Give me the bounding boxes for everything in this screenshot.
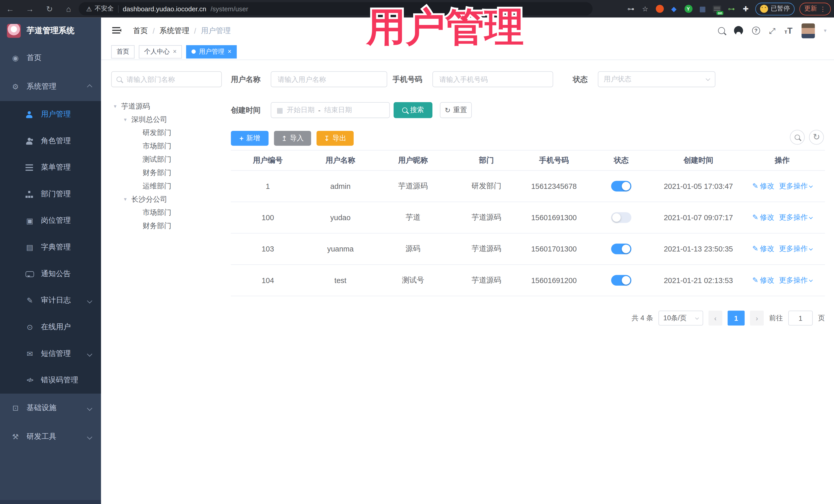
add-button[interactable]: 新增 (231, 131, 269, 146)
toggle-search-button[interactable] (790, 130, 805, 145)
extension-green-key-icon[interactable]: ⊶ (726, 4, 736, 14)
menu-fold-icon[interactable] (112, 27, 120, 34)
tag-home[interactable]: 首页 (111, 45, 134, 58)
sidebar-item-system[interactable]: 系统管理 (0, 72, 101, 101)
tree-node[interactable]: ▾深圳总公司 (111, 113, 222, 126)
edit-link[interactable]: 修改 (752, 244, 774, 254)
dept-tree-panel: ▾芋道源码 ▾深圳总公司 研发部门 市场部门 测试部门 财务部门 运维部门 ▾长… (111, 71, 222, 233)
tree-node[interactable]: 市场部门 (111, 206, 222, 219)
edit-link[interactable]: 修改 (752, 213, 774, 222)
sidebar-item-sms-mgmt[interactable]: 短信管理 (0, 341, 101, 367)
security-chip[interactable]: 不安全 (86, 4, 114, 13)
more-actions-link[interactable]: 更多操作 (779, 244, 812, 254)
github-icon[interactable] (734, 26, 743, 35)
username-input[interactable] (277, 75, 381, 84)
reload-icon[interactable] (43, 0, 57, 18)
puzzle-extensions-icon[interactable]: ✚ (741, 4, 750, 14)
key-icon[interactable]: ⊶ (626, 4, 636, 14)
tag-profile[interactable]: 个人中心 (139, 45, 182, 58)
table-row: 103 yuanma 源码 芋道源码 15601701300 2021-01-1… (231, 233, 825, 265)
badge-icon (25, 217, 34, 224)
more-actions-link[interactable]: 更多操作 (779, 213, 812, 222)
edit-link[interactable]: 修改 (752, 181, 774, 191)
sidebar-item-home[interactable]: 首页 (0, 44, 101, 72)
mobile-input[interactable] (438, 75, 547, 84)
reset-button[interactable]: 重置 (440, 102, 471, 118)
tree-node[interactable]: 研发部门 (111, 126, 222, 139)
dept-search-input[interactable] (126, 75, 205, 84)
sidebar-item-dev-tools[interactable]: 研发工具 (0, 422, 101, 451)
tree-node[interactable]: ▾芋道源码 (111, 100, 222, 113)
sidebar-item-post-mgmt[interactable]: 岗位管理 (0, 207, 101, 234)
tree-node[interactable]: ▾长沙分公司 (111, 193, 222, 206)
update-button[interactable]: 更新 (799, 2, 831, 15)
status-select[interactable]: 用户状态 (598, 71, 716, 87)
home-icon[interactable]: ⌂ (62, 0, 75, 18)
sidebar-item-audit-log[interactable]: 审计日志 (0, 287, 101, 314)
date-range-picker[interactable]: 开始日期 - 结束日期 (271, 102, 390, 118)
extension-orange-icon[interactable] (655, 4, 664, 14)
caret-down-icon[interactable]: ▾ (124, 116, 131, 123)
browser-menu-icon[interactable] (820, 6, 826, 12)
sidebar-item-announcement[interactable]: 通知公告 (0, 261, 101, 287)
tag-user-mgmt[interactable]: 用户管理 (186, 45, 237, 58)
status-toggle[interactable] (611, 212, 632, 223)
address-bar[interactable]: 不安全 dashboard.yudao.iocoder.cn/system/us… (79, 2, 593, 15)
audit-log-icon (25, 297, 34, 304)
sidebar-item-online-users[interactable]: 在线用户 (0, 314, 101, 341)
close-icon[interactable] (173, 48, 177, 55)
org-tree-icon (25, 191, 34, 198)
font-size-icon[interactable]: тT (785, 26, 792, 36)
forward-icon[interactable]: → (23, 0, 37, 18)
tree-node[interactable]: 测试部门 (111, 153, 222, 166)
user-avatar[interactable] (802, 23, 815, 38)
extension-gem-icon[interactable]: ◆ (669, 4, 679, 14)
extension-green-circle-icon[interactable]: Y (683, 4, 693, 14)
app-logo[interactable]: 芋道管理系统 (0, 18, 101, 44)
breadcrumb-home[interactable]: 首页 (133, 26, 148, 36)
more-actions-link[interactable]: 更多操作 (779, 181, 812, 191)
announcement-icon (25, 271, 34, 277)
avatar-caret-icon[interactable]: ▾ (824, 28, 827, 34)
extension-on-badge-icon[interactable]: on (712, 4, 722, 14)
extension-grid-icon[interactable]: ▦ (698, 4, 707, 14)
caret-down-icon[interactable]: ▾ (124, 196, 131, 202)
search-button[interactable]: 搜索 (394, 102, 432, 118)
prev-page-button[interactable]: ‹ (708, 310, 722, 325)
tree-node[interactable]: 运维部门 (111, 179, 222, 193)
tree-node[interactable]: 财务部门 (111, 219, 222, 233)
sidebar-item-role-mgmt[interactable]: 角色管理 (0, 128, 101, 154)
tree-node[interactable]: 财务部门 (111, 166, 222, 179)
edit-link[interactable]: 修改 (752, 276, 774, 285)
sidebar-item-menu-mgmt[interactable]: 菜单管理 (0, 154, 101, 181)
sidebar-item-dept-mgmt[interactable]: 部门管理 (0, 181, 101, 207)
breadcrumb-system[interactable]: 系统管理 (160, 26, 190, 36)
sidebar-item-dict-mgmt[interactable]: 字典管理 (0, 234, 101, 261)
help-icon[interactable]: ? (752, 27, 760, 35)
goto-page-input[interactable] (788, 310, 813, 325)
profile-paused-badge[interactable]: 已暂停 (755, 2, 794, 15)
status-toggle[interactable] (611, 243, 632, 254)
more-actions-link[interactable]: 更多操作 (779, 276, 812, 285)
sidebar-item-error-code[interactable]: 错误码管理 (0, 367, 101, 394)
fullscreen-icon[interactable]: ⤢ (769, 26, 775, 36)
page-size-select[interactable]: 10条/页 (658, 310, 703, 325)
next-page-button[interactable]: › (750, 310, 764, 325)
sidebar-item-user-mgmt[interactable]: 用户管理 (0, 101, 101, 128)
online-users-icon (25, 323, 34, 331)
export-button[interactable]: 导出 (316, 131, 354, 146)
bookmark-star-icon[interactable]: ☆ (640, 4, 650, 14)
refresh-table-button[interactable] (809, 130, 824, 145)
status-toggle[interactable] (611, 181, 632, 192)
search-icon[interactable] (718, 27, 725, 34)
status-toggle[interactable] (611, 275, 632, 286)
tree-node[interactable]: 市场部门 (111, 139, 222, 153)
caret-down-icon[interactable]: ▾ (114, 103, 122, 109)
close-icon[interactable] (227, 48, 232, 55)
sidebar-item-infrastructure[interactable]: 基础设施 (0, 394, 101, 422)
back-icon[interactable]: ← (3, 0, 17, 18)
app-title: 芋道管理系统 (27, 25, 75, 36)
import-button[interactable]: 导入 (274, 131, 311, 146)
current-page-button[interactable]: 1 (727, 310, 744, 325)
col-nickname: 用户昵称 (376, 150, 450, 171)
